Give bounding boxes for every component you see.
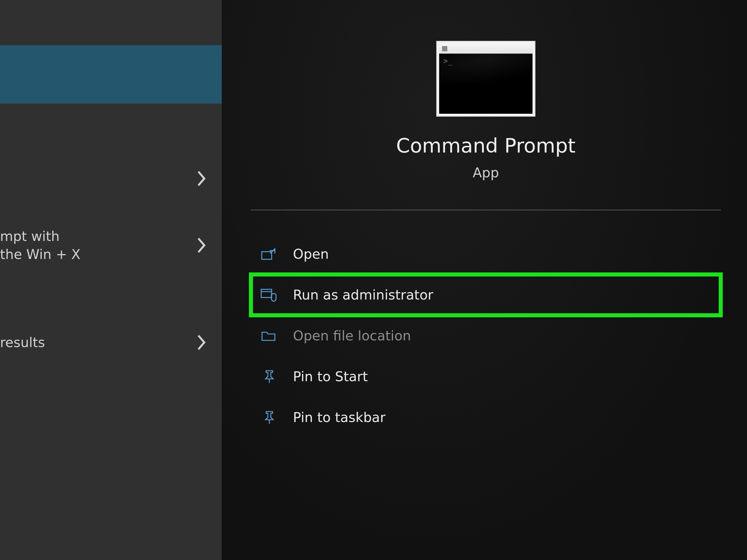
app-actions-list: Open Run as administrator Open file loca… [251, 234, 721, 438]
search-results-panel: mpt with the Win + X results [0, 0, 222, 560]
action-label: Run as administrator [293, 287, 433, 303]
action-pin-to-start[interactable]: Pin to Start [251, 356, 721, 397]
spacer [0, 0, 222, 45]
action-label: Open [293, 246, 329, 262]
action-open-file-location[interactable]: Open file location [251, 315, 721, 356]
pin-icon [259, 370, 278, 383]
search-result-label: results [0, 334, 192, 351]
search-result-row[interactable]: mpt with the Win + X [0, 216, 222, 275]
spacer [0, 104, 222, 159]
app-subtitle: App [396, 165, 575, 181]
action-label: Pin to taskbar [293, 409, 385, 425]
folder-icon [259, 329, 278, 342]
window-titlebar-icon-part [439, 44, 533, 54]
command-prompt-icon: >_ [436, 41, 536, 117]
svg-rect-1 [261, 289, 272, 297]
action-label: Pin to Start [293, 369, 368, 384]
shield-window-icon [259, 288, 278, 302]
action-label: Open file location [293, 328, 411, 344]
pin-icon [259, 410, 278, 424]
open-window-icon [259, 248, 278, 261]
result-detail-panel: >_ Command Prompt App Open [222, 0, 747, 560]
divider [251, 210, 721, 210]
terminal-screen: >_ [439, 54, 533, 114]
action-open[interactable]: Open [251, 234, 721, 274]
search-result-row[interactable] [0, 159, 222, 198]
selected-result-row[interactable] [0, 45, 222, 104]
app-title: Command Prompt [396, 134, 575, 157]
search-result-row[interactable]: results [0, 322, 222, 363]
chevron-right-icon [192, 237, 210, 253]
action-pin-to-taskbar[interactable]: Pin to taskbar [251, 397, 721, 438]
chevron-right-icon [192, 170, 210, 186]
chevron-right-icon [192, 335, 210, 350]
app-header: >_ Command Prompt App [251, 41, 721, 181]
action-run-as-administrator[interactable]: Run as administrator [251, 274, 721, 315]
search-result-label: mpt with the Win + X [0, 227, 192, 263]
